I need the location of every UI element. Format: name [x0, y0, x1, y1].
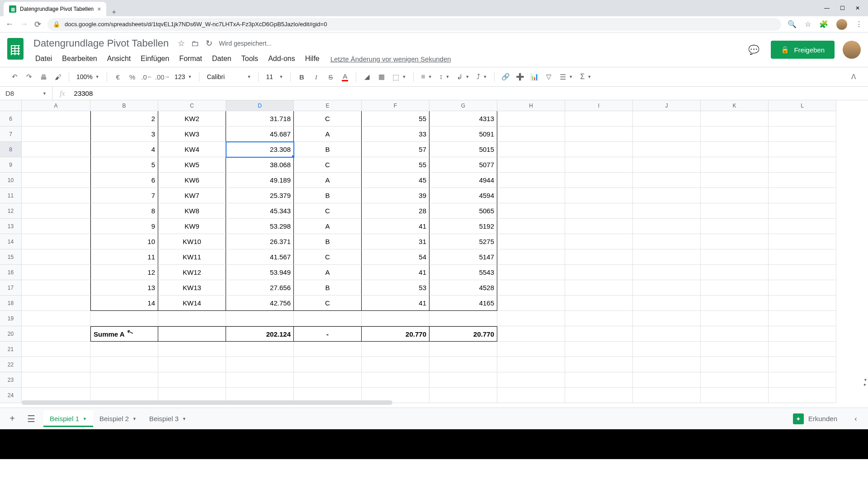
cell-K6[interactable]	[701, 111, 769, 127]
horizontal-scrollbar[interactable]	[22, 400, 392, 405]
cell-H22[interactable]	[497, 357, 565, 372]
row-header-17[interactable]: 17	[0, 280, 22, 296]
cell-A19[interactable]	[22, 311, 90, 326]
cell-L7[interactable]	[769, 127, 836, 142]
cell-G24[interactable]	[429, 388, 497, 403]
collapse-sidebar-icon[interactable]: ‹	[849, 415, 863, 423]
cell-H7[interactable]	[497, 127, 565, 142]
cell-B7[interactable]: 3	[90, 127, 158, 142]
cell-B10[interactable]: 6	[90, 173, 158, 188]
cell-A10[interactable]	[22, 173, 90, 188]
scroll-right-icon[interactable]: ▸	[864, 382, 866, 387]
cell-H9[interactable]	[497, 157, 565, 173]
cell-B14[interactable]: 10	[90, 234, 158, 249]
cell-I8[interactable]	[565, 142, 633, 157]
cell-F16[interactable]: 41	[362, 265, 429, 280]
cell-G19[interactable]	[429, 311, 497, 326]
cell-C11[interactable]: KW7	[158, 188, 226, 203]
row-header-24[interactable]: 24	[0, 388, 22, 403]
cell-G23[interactable]	[429, 372, 497, 388]
wrap-icon[interactable]: ↲▼	[454, 73, 472, 81]
cell-C15[interactable]: KW11	[158, 249, 226, 265]
cell-F10[interactable]: 45	[362, 173, 429, 188]
cell-K17[interactable]	[701, 280, 769, 296]
cell-D17[interactable]: 27.656	[226, 280, 294, 296]
cell-E20[interactable]: -	[294, 326, 362, 342]
cell-G22[interactable]	[429, 357, 497, 372]
cell-G16[interactable]: 5543	[429, 265, 497, 280]
cell-L6[interactable]	[769, 111, 836, 127]
italic-icon[interactable]: I	[310, 70, 322, 83]
column-header-D[interactable]: D	[226, 100, 294, 111]
cell-E22[interactable]	[294, 357, 362, 372]
cell-C16[interactable]: KW12	[158, 265, 226, 280]
cell-K11[interactable]	[701, 188, 769, 203]
cell-K18[interactable]	[701, 296, 769, 311]
cell-D10[interactable]: 49.189	[226, 173, 294, 188]
cell-K19[interactable]	[701, 311, 769, 326]
cell-C17[interactable]: KW13	[158, 280, 226, 296]
cell-D8[interactable]: 23.308	[226, 142, 294, 157]
star-icon[interactable]: ☆	[805, 20, 811, 28]
cell-F23[interactable]	[362, 372, 429, 388]
cell-J10[interactable]	[633, 173, 701, 188]
cell-C9[interactable]: KW5	[158, 157, 226, 173]
cell-D19[interactable]	[226, 311, 294, 326]
cell-H10[interactable]	[497, 173, 565, 188]
cell-E21[interactable]	[294, 342, 362, 357]
row-header-20[interactable]: 20	[0, 326, 22, 342]
close-window-icon[interactable]: ✕	[854, 5, 861, 11]
cell-J17[interactable]	[633, 280, 701, 296]
cell-E19[interactable]	[294, 311, 362, 326]
cell-H14[interactable]	[497, 234, 565, 249]
cell-C21[interactable]	[158, 342, 226, 357]
chevron-down-icon[interactable]: ▼	[182, 417, 186, 421]
sheet-tab[interactable]: Beispiel 3▼	[143, 410, 193, 427]
row-header-6[interactable]: 6	[0, 111, 22, 127]
functions-icon[interactable]: Σ▼	[577, 73, 594, 81]
print-icon[interactable]: 🖶	[37, 70, 50, 83]
fill-color-icon[interactable]: ◢	[361, 70, 373, 83]
cell-B15[interactable]: 11	[90, 249, 158, 265]
cell-H19[interactable]	[497, 311, 565, 326]
cell-J24[interactable]	[633, 388, 701, 403]
cell-I17[interactable]	[565, 280, 633, 296]
cell-J22[interactable]	[633, 357, 701, 372]
cell-I6[interactable]	[565, 111, 633, 127]
minimize-icon[interactable]: —	[824, 5, 830, 11]
zoom-icon[interactable]: 🔍	[788, 20, 797, 28]
cell-L14[interactable]	[769, 234, 836, 249]
cell-L18[interactable]	[769, 296, 836, 311]
cell-C6[interactable]: KW2	[158, 111, 226, 127]
cell-L24[interactable]	[769, 388, 836, 403]
chevron-down-icon[interactable]: ▼	[42, 91, 47, 96]
cell-D14[interactable]: 26.371	[226, 234, 294, 249]
menu-addons[interactable]: Add-ons	[264, 53, 300, 65]
menu-edit[interactable]: Bearbeiten	[57, 53, 101, 65]
menu-help[interactable]: Hilfe	[301, 53, 324, 65]
column-header-K[interactable]: K	[701, 100, 769, 111]
row-header-22[interactable]: 22	[0, 357, 22, 372]
filter-icon[interactable]: ▽	[542, 70, 555, 83]
cell-C13[interactable]: KW9	[158, 219, 226, 234]
cell-A22[interactable]	[22, 357, 90, 372]
cell-L19[interactable]	[769, 311, 836, 326]
cell-E14[interactable]: B	[294, 234, 362, 249]
bold-icon[interactable]: B	[295, 70, 308, 83]
row-header-21[interactable]: 21	[0, 342, 22, 357]
cell-G17[interactable]: 4528	[429, 280, 497, 296]
cell-G13[interactable]: 5192	[429, 219, 497, 234]
cell-G10[interactable]: 4944	[429, 173, 497, 188]
cell-K24[interactable]	[701, 388, 769, 403]
cell-K20[interactable]	[701, 326, 769, 342]
chevron-down-icon[interactable]: ▼	[132, 417, 137, 421]
cell-G15[interactable]: 5147	[429, 249, 497, 265]
cell-J6[interactable]	[633, 111, 701, 127]
cell-A16[interactable]	[22, 265, 90, 280]
browser-tab[interactable]: ▦ Datengrundlage Pivot Tabellen ×	[4, 2, 106, 16]
cell-J11[interactable]	[633, 188, 701, 203]
address-bar[interactable]: 🔒 docs.google.com/spreadsheets/d/1tqvEL1…	[47, 18, 781, 31]
sheet-tab[interactable]: Beispiel 1▼	[43, 410, 93, 427]
cell-D18[interactable]: 42.756	[226, 296, 294, 311]
cell-J9[interactable]	[633, 157, 701, 173]
